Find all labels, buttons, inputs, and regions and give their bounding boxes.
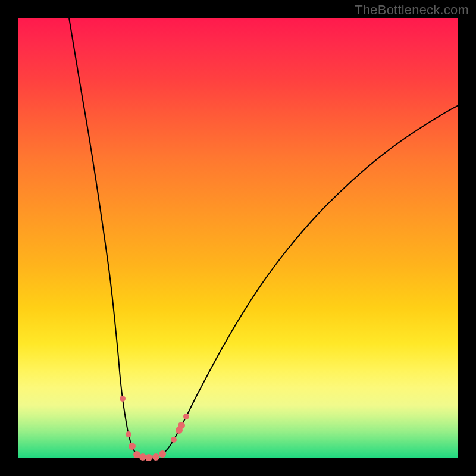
bottleneck-curve [69, 18, 458, 458]
marker-dot [129, 443, 136, 450]
marker-dot [152, 453, 159, 461]
plot-area [18, 18, 458, 458]
marker-dot [159, 450, 166, 458]
marker-dot [126, 431, 131, 437]
marker-dot [178, 422, 185, 429]
curve-layer [18, 18, 458, 458]
marker-dot [120, 396, 126, 402]
watermark-text: TheBottleneck.com [355, 2, 469, 18]
marker-dot [171, 437, 177, 443]
chart-frame: TheBottleneck.com [0, 0, 476, 476]
markers-group [120, 396, 189, 461]
marker-dot [145, 454, 152, 461]
series-group [69, 18, 458, 458]
marker-dot [183, 414, 189, 419]
